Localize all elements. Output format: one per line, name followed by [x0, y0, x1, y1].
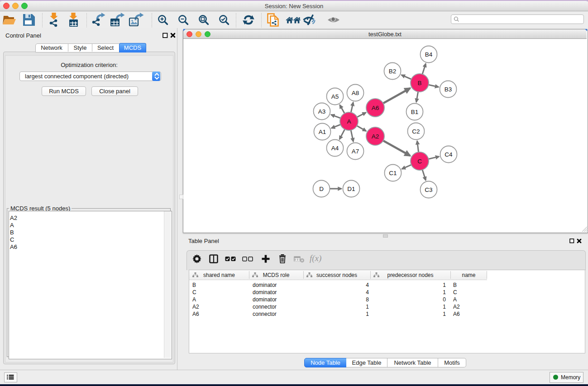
svg-text:A8: A8	[352, 90, 359, 96]
svg-text:B3: B3	[445, 86, 452, 93]
svg-text:C4: C4	[445, 151, 453, 158]
svg-text:C1: C1	[389, 170, 397, 176]
svg-text:A3: A3	[318, 108, 326, 115]
svg-text:A6: A6	[372, 105, 379, 111]
svg-text:D1: D1	[347, 186, 355, 192]
svg-text:C2: C2	[412, 128, 420, 135]
svg-text:D: D	[319, 186, 324, 192]
svg-text:A4: A4	[331, 145, 339, 152]
svg-text:A2: A2	[372, 133, 379, 140]
svg-text:A: A	[347, 118, 351, 125]
svg-text:B4: B4	[425, 51, 433, 58]
svg-text:A7: A7	[352, 148, 359, 155]
svg-text:B: B	[417, 80, 421, 86]
svg-text:B1: B1	[411, 109, 419, 115]
svg-text:B2: B2	[389, 68, 397, 75]
svg-text:A5: A5	[331, 93, 339, 100]
svg-text:A1: A1	[319, 129, 326, 135]
svg-text:C3: C3	[425, 186, 432, 193]
svg-text:C: C	[417, 158, 422, 165]
